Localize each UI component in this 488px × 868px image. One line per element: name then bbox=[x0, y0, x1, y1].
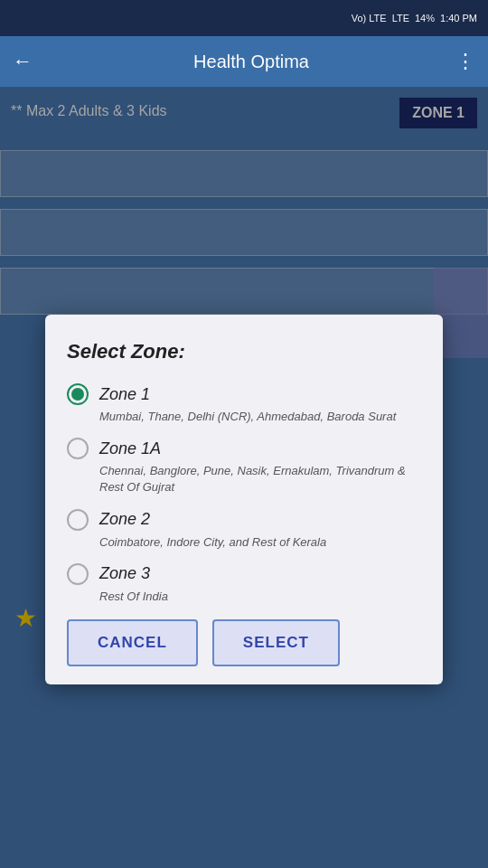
dialog-buttons: CANCEL SELECT bbox=[67, 619, 421, 666]
zone2-label: Zone 2 bbox=[99, 510, 150, 529]
main-content: ** Max 2 Adults & 3 Kids ZONE 1 ★ Select… bbox=[0, 87, 488, 868]
menu-button[interactable]: ⋮ bbox=[455, 50, 475, 73]
zone3-desc: Rest Of India bbox=[99, 589, 421, 605]
zone-option-1a[interactable]: Zone 1A Chennai, Banglore, Pune, Nasik, … bbox=[67, 438, 421, 495]
radio-zone3[interactable] bbox=[67, 563, 89, 585]
radio-zone1a[interactable] bbox=[67, 438, 89, 459]
app-title: Health Optima bbox=[47, 52, 455, 72]
select-button[interactable]: SELECT bbox=[212, 619, 340, 666]
zone-label-row-1[interactable]: Zone 1 bbox=[67, 383, 421, 405]
zone-option-1[interactable]: Zone 1 Mumbai, Thane, Delhi (NCR), Ahmed… bbox=[67, 383, 421, 425]
dialog-title: Select Zone: bbox=[67, 340, 421, 363]
carrier-text: Vo) LTE bbox=[352, 13, 387, 24]
zone1a-label: Zone 1A bbox=[99, 439, 161, 458]
zone2-desc: Coimbatore, Indore City, and Rest of Ker… bbox=[99, 534, 421, 551]
app-bar: ← Health Optima ⋮ bbox=[0, 36, 488, 87]
battery-text: 14% bbox=[415, 13, 435, 24]
back-button[interactable]: ← bbox=[13, 50, 33, 73]
radio-zone1[interactable] bbox=[67, 383, 89, 405]
time-text: 1:40 PM bbox=[440, 13, 477, 24]
zone-label-row-1a[interactable]: Zone 1A bbox=[67, 438, 421, 459]
zone1a-desc: Chennai, Banglore, Pune, Nasik, Ernakula… bbox=[99, 463, 421, 495]
select-zone-dialog: Select Zone: Zone 1 Mumbai, Thane, Delhi… bbox=[45, 315, 443, 684]
zone1-desc: Mumbai, Thane, Delhi (NCR), Ahmedabad, B… bbox=[99, 409, 421, 425]
radio-zone2[interactable] bbox=[67, 509, 89, 531]
status-bar: Vo) LTE LTE 14% 1:40 PM bbox=[0, 0, 488, 36]
zone-label-row-3[interactable]: Zone 3 bbox=[67, 563, 421, 585]
zone-label-row-2[interactable]: Zone 2 bbox=[67, 509, 421, 531]
radio-inner-zone1 bbox=[71, 388, 84, 401]
zone-option-3[interactable]: Zone 3 Rest Of India bbox=[67, 563, 421, 605]
zone3-label: Zone 3 bbox=[99, 564, 150, 583]
lte-text: LTE bbox=[392, 13, 409, 24]
zone1-label: Zone 1 bbox=[99, 385, 150, 404]
zone-option-2[interactable]: Zone 2 Coimbatore, Indore City, and Rest… bbox=[67, 509, 421, 551]
cancel-button[interactable]: CANCEL bbox=[67, 619, 198, 666]
